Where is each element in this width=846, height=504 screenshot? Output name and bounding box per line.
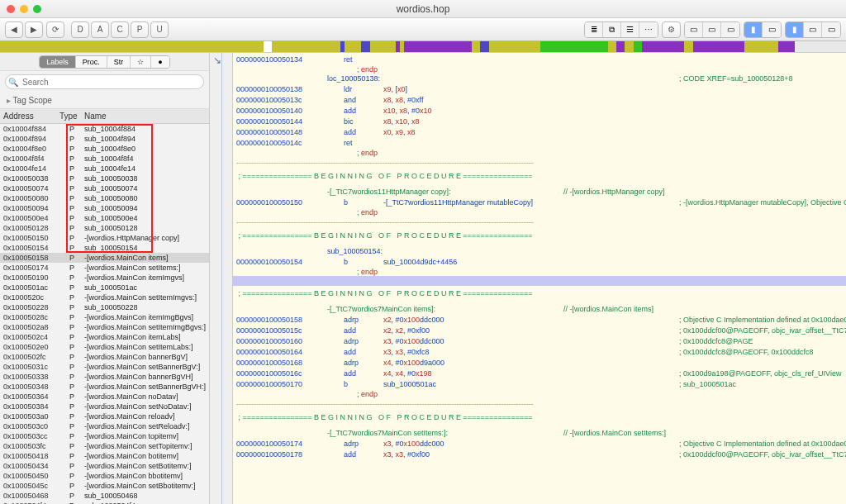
symbol-row[interactable]: 0x100050364P-[wordios.MainCon noDatav]: [0, 392, 209, 402]
symbol-row[interactable]: 0x1000520cP-[wordios.MainCon setItemImgv…: [0, 292, 209, 302]
traffic-lights: [7, 5, 41, 13]
sidebar-tab-3[interactable]: ☆: [131, 56, 151, 68]
gear-button[interactable]: ⚙: [662, 21, 681, 38]
symbol-list[interactable]: 0x10004f884Psub_10004f8840x10004f894Psub…: [0, 124, 209, 504]
symbol-row[interactable]: 0x1000504f4Psub_1000504f4: [0, 501, 209, 504]
symbol-row[interactable]: 0x100050434P-[wordios.MainCon setBotitem…: [0, 461, 209, 471]
minimize-icon[interactable]: [20, 5, 28, 13]
symbol-row[interactable]: 0x100050154Psub_100050154: [0, 243, 209, 253]
toolbar: ◀ ▶ ⟳ D A C P U ≣ ⧉ ☰ ⋯ ⚙ ▭ ▭ ▭ ▮ ▭ ▮ ▭ …: [0, 18, 846, 41]
search-input[interactable]: [5, 74, 204, 89]
panel-a-2[interactable]: ▭: [703, 22, 721, 37]
symbol-row[interactable]: 0x1000503a0P-[wordios.MainCon reloadv]: [0, 411, 209, 421]
symbol-row[interactable]: 0x10005028cP-[wordios.MainCon itemImgBgv…: [0, 312, 209, 322]
symbol-row[interactable]: 0x1000502a8P-[wordios.MainCon setItemImg…: [0, 322, 209, 332]
nav-back-button[interactable]: ◀: [5, 21, 23, 38]
panel-b-1[interactable]: ▮: [744, 22, 763, 37]
symbol-row[interactable]: 0x100050074Psub_100050074: [0, 183, 209, 193]
symbol-row[interactable]: 0x10004f8f4Psub_10004f8f4: [0, 154, 209, 164]
symbol-row[interactable]: 0x100050450P-[wordios.MainCon bbotitemv]: [0, 471, 209, 481]
sidebar-tab-1[interactable]: Proc.: [76, 56, 107, 68]
sidebar-tab-2[interactable]: Str: [107, 56, 131, 68]
search-row: 🔍: [0, 71, 209, 93]
sidebar-tab-4[interactable]: ●: [151, 56, 169, 68]
symbol-row[interactable]: 0x10005045cP-[wordios.MainCon setBbotite…: [0, 481, 209, 491]
panel-c-1[interactable]: ▮: [786, 22, 804, 37]
symbol-row[interactable]: 0x1000503ccP-[wordios.MainCon topitemv]: [0, 431, 209, 441]
symbol-row[interactable]: 0x100050128Psub_100050128: [0, 223, 209, 233]
mode-d-button[interactable]: D: [71, 21, 89, 38]
close-icon[interactable]: [7, 5, 15, 13]
symbol-row[interactable]: 0x100050094Psub_100050094: [0, 203, 209, 213]
nav-forward-button[interactable]: ▶: [25, 21, 43, 38]
mode-p-button[interactable]: P: [131, 21, 149, 38]
symbol-row[interactable]: 0x10004f8e0Psub_10004f8e0: [0, 144, 209, 154]
col-address[interactable]: Address: [0, 109, 56, 123]
symbol-row[interactable]: 0x100050384P-[wordios.MainCon setNoDatav…: [0, 402, 209, 411]
symbol-row[interactable]: 0x100050190P-[wordios.MainCon itemImgvs]: [0, 273, 209, 283]
panel-a-3[interactable]: ▭: [721, 22, 739, 37]
seg-1[interactable]: ≣: [585, 22, 603, 37]
symbol-row[interactable]: 0x1000502e0P-[wordios.MainCon setItemLab…: [0, 342, 209, 352]
symbol-row[interactable]: 0x10004f884Psub_10004f884: [0, 124, 209, 134]
refresh-button[interactable]: ⟳: [46, 21, 64, 38]
gear-icon: ⚙: [668, 25, 675, 34]
mode-a-button[interactable]: A: [91, 21, 109, 38]
symbol-row[interactable]: 0x100050080Psub_100050080: [0, 193, 209, 203]
titlebar: wordios.hop: [0, 0, 846, 18]
symbol-row[interactable]: 0x1000502fcP-[wordios.MainCon bannerBgV]: [0, 352, 209, 362]
panel-c-2[interactable]: ▭: [804, 22, 822, 37]
sidebar-tabs: LabelsProc.Str☆●: [0, 53, 209, 71]
navigation-bar[interactable]: [0, 41, 846, 53]
symbol-row[interactable]: 0x100050174P-[wordios.MainCon setItems:]: [0, 263, 209, 273]
symbol-columns: Address Type Name: [0, 109, 209, 124]
symbol-row[interactable]: 0x100050150P-[wordios.HttpManager copy]: [0, 233, 209, 243]
sidebar-tab-0[interactable]: Labels: [40, 56, 76, 68]
symbol-row[interactable]: 0x1000503c0P-[wordios.MainCon setReloadv…: [0, 421, 209, 431]
mode-u-button[interactable]: U: [150, 21, 169, 38]
symbol-row[interactable]: 0x1000502c4P-[wordios.MainCon itemLabs]: [0, 332, 209, 342]
search-icon: 🔍: [8, 78, 18, 87]
symbol-row[interactable]: 0x100050038Psub_100050038: [0, 174, 209, 183]
tag-scope-toggle[interactable]: Tag Scope: [0, 93, 209, 109]
gutter-arrow-icon: ↘: [213, 55, 221, 66]
panel-b-2[interactable]: ▭: [763, 22, 781, 37]
gutter: ↘: [210, 53, 233, 504]
symbol-row[interactable]: 0x100050468Psub_100050468: [0, 491, 209, 501]
panel-segmented-c[interactable]: ▮ ▭ ▭: [785, 21, 841, 38]
panel-segmented-b[interactable]: ▮ ▭: [744, 21, 782, 38]
seg-4[interactable]: ⋯: [639, 22, 658, 37]
panel-segmented-a[interactable]: ▭ ▭ ▭: [684, 21, 740, 38]
symbol-row[interactable]: 0x100050338P-[wordios.MainCon bannerBgVH…: [0, 372, 209, 382]
col-type[interactable]: Type: [56, 109, 81, 123]
seg-2[interactable]: ⧉: [603, 22, 621, 37]
symbol-row[interactable]: 0x10004fe14Psub_10004fe14: [0, 164, 209, 174]
symbol-row[interactable]: 0x100050418P-[wordios.MainCon botitemv]: [0, 451, 209, 461]
mode-c-button[interactable]: C: [111, 21, 129, 38]
disassembly-view[interactable]: 0000000100050134ret; endploc_100050138:;…: [233, 53, 846, 504]
symbol-row[interactable]: 0x10004f894Psub_10004f894: [0, 134, 209, 144]
view-segmented[interactable]: ≣ ⧉ ☰ ⋯: [584, 21, 658, 38]
symbol-row[interactable]: 0x10005031cP-[wordios.MainCon setBannerB…: [0, 362, 209, 372]
symbol-row[interactable]: 0x1000500e4Psub_1000500e4: [0, 213, 209, 223]
sidebar: LabelsProc.Str☆● 🔍 Tag Scope Address Typ…: [0, 53, 210, 504]
symbol-row[interactable]: 0x1000501acPsub_1000501ac: [0, 283, 209, 292]
col-name[interactable]: Name: [81, 109, 209, 123]
zoom-icon[interactable]: [33, 5, 41, 13]
symbol-row[interactable]: 0x1000503fcP-[wordios.MainCon setTopitem…: [0, 441, 209, 451]
window-title: wordios.hop: [397, 3, 450, 15]
symbol-row[interactable]: 0x100050228Psub_100050228: [0, 302, 209, 312]
seg-3[interactable]: ☰: [621, 22, 639, 37]
panel-a-1[interactable]: ▭: [685, 22, 703, 37]
panel-c-3[interactable]: ▭: [822, 22, 840, 37]
symbol-row[interactable]: 0x100050158P-[wordios.MainCon items]: [0, 253, 209, 263]
symbol-row[interactable]: 0x100050348P-[wordios.MainCon setBannerB…: [0, 382, 209, 392]
